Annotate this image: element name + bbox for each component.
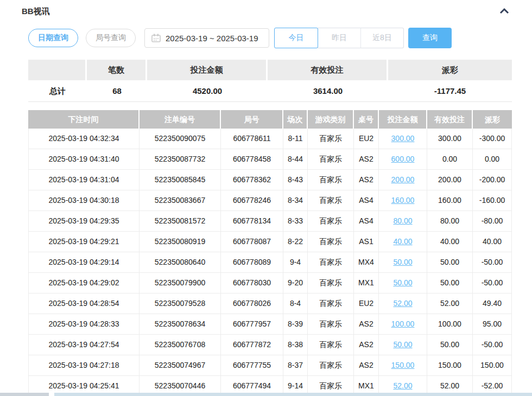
summary-payout-cell: -1177.45 bbox=[388, 80, 512, 101]
table-no-cell: AS1 bbox=[354, 232, 379, 252]
payout-cell: -50.00 bbox=[473, 273, 512, 293]
table-no-cell: AS2 bbox=[354, 149, 379, 170]
bet-amount-link[interactable]: 50.00 bbox=[393, 340, 412, 349]
bet-time-cell: 2025-03-19 04:29:14 bbox=[28, 252, 140, 273]
session-cell: 8-11 bbox=[283, 129, 308, 149]
summary-count-cell: 68 bbox=[87, 80, 147, 101]
valid-bet-cell: 300.00 bbox=[427, 129, 473, 149]
bet-amount-link[interactable]: 100.00 bbox=[391, 320, 415, 328]
summary-header-bet-amount: 投注金额 bbox=[147, 60, 268, 80]
payout-cell: -300.00 bbox=[473, 129, 512, 149]
col-bet-time: 下注时间 bbox=[28, 110, 140, 129]
bet-id-cell: 522350079528 bbox=[140, 293, 221, 314]
table-no-cell: MX4 bbox=[354, 252, 379, 273]
bet-amount-cell: 160.00 bbox=[379, 190, 427, 211]
bet-id-cell: 522350078634 bbox=[140, 314, 221, 335]
bets-table: 下注时间 注单编号 局号 场次 游戏类别 桌号 投注金额 有效投注 派彩 202… bbox=[28, 110, 512, 396]
search-button[interactable]: 查询 bbox=[408, 28, 452, 48]
bets-table-body: 2025-03-19 04:32:34 522350090075 6067786… bbox=[28, 129, 512, 396]
yesterday-button[interactable]: 昨日 bbox=[318, 28, 361, 48]
bb-video-panel: BB视讯 日期查询 局号查询 2025-03-19 ~ 2025-03-19 bbox=[0, 0, 532, 396]
table-row: 2025-03-19 04:29:21 522350080919 6067780… bbox=[28, 232, 512, 252]
bet-amount-link[interactable]: 52.00 bbox=[393, 299, 412, 308]
date-range-picker[interactable]: 2025-03-19 ~ 2025-03-19 bbox=[144, 28, 269, 48]
summary-table: 笔数 投注金额 有效投注 派彩 总计 68 4520.00 3614.00 -1… bbox=[28, 60, 512, 102]
game-type-cell: 百家乐 bbox=[308, 170, 354, 190]
round-id-cell: 606778134 bbox=[221, 211, 283, 232]
bet-amount-link[interactable]: 50.00 bbox=[393, 278, 412, 287]
bet-time-cell: 2025-03-19 04:27:54 bbox=[28, 335, 140, 355]
summary-valid-bet-cell: 3614.00 bbox=[268, 80, 388, 101]
last-8-days-button[interactable]: 近8日 bbox=[360, 28, 404, 48]
round-id-cell: 606778030 bbox=[221, 273, 283, 293]
bet-id-cell: 522350076708 bbox=[140, 335, 221, 355]
valid-bet-cell: 80.00 bbox=[427, 211, 473, 232]
game-type-cell: 百家乐 bbox=[308, 129, 354, 149]
round-id-cell: 606778611 bbox=[221, 129, 283, 149]
bet-amount-link[interactable]: 50.00 bbox=[393, 258, 412, 266]
table-row: 2025-03-19 04:31:40 522350087732 6067784… bbox=[28, 149, 512, 170]
table-row: 2025-03-19 04:30:18 522350083667 6067782… bbox=[28, 190, 512, 211]
bet-id-cell: 522350079900 bbox=[140, 273, 221, 293]
bets-table-header: 下注时间 注单编号 局号 场次 游戏类别 桌号 投注金额 有效投注 派彩 bbox=[28, 110, 512, 129]
chevron-up-icon bbox=[499, 7, 509, 16]
col-bet-id: 注单编号 bbox=[140, 110, 221, 129]
col-game-type: 游戏类别 bbox=[308, 110, 354, 129]
col-bet-amount: 投注金额 bbox=[379, 110, 427, 129]
horizontal-scrollbar-track[interactable] bbox=[54, 393, 532, 396]
bet-id-cell: 522350081572 bbox=[140, 211, 221, 232]
bet-id-cell: 522350085845 bbox=[140, 170, 221, 190]
bet-time-cell: 2025-03-19 04:28:54 bbox=[28, 293, 140, 314]
date-query-tab[interactable]: 日期查询 bbox=[28, 29, 78, 47]
table-no-cell: AS2 bbox=[354, 170, 379, 190]
valid-bet-cell: 52.00 bbox=[427, 293, 473, 314]
bet-time-cell: 2025-03-19 04:31:40 bbox=[28, 149, 140, 170]
payout-cell: -160.00 bbox=[473, 190, 512, 211]
session-cell: 8-39 bbox=[283, 314, 308, 335]
table-no-cell: AS4 bbox=[354, 190, 379, 211]
bet-time-cell: 2025-03-19 04:29:35 bbox=[28, 211, 140, 232]
bet-amount-link[interactable]: 200.00 bbox=[391, 175, 415, 184]
summary-header-valid-bet: 有效投注 bbox=[268, 60, 388, 80]
bet-time-cell: 2025-03-19 04:29:21 bbox=[28, 232, 140, 252]
toolbar: 日期查询 局号查询 2025-03-19 ~ 2025-03-19 今日 昨日 … bbox=[28, 28, 532, 48]
col-round-id: 局号 bbox=[221, 110, 283, 129]
bet-time-cell: 2025-03-19 04:27:18 bbox=[28, 355, 140, 376]
payout-cell: 150.00 bbox=[473, 355, 512, 376]
bet-time-cell: 2025-03-19 04:32:34 bbox=[28, 129, 140, 149]
bet-amount-cell: 50.00 bbox=[379, 273, 427, 293]
col-session: 场次 bbox=[283, 110, 308, 129]
session-cell: 9-4 bbox=[283, 252, 308, 273]
summary-header-payout: 派彩 bbox=[388, 60, 512, 80]
table-row: 2025-03-19 04:32:34 522350090075 6067786… bbox=[28, 129, 512, 149]
bet-amount-link[interactable]: 300.00 bbox=[391, 134, 415, 143]
summary-header-count: 笔数 bbox=[87, 60, 147, 80]
bet-amount-link[interactable]: 52.00 bbox=[393, 381, 412, 390]
col-table-no: 桌号 bbox=[354, 110, 379, 129]
bet-amount-link[interactable]: 150.00 bbox=[391, 361, 415, 369]
collapse-button[interactable] bbox=[499, 7, 509, 16]
payout-cell: 0.00 bbox=[473, 149, 512, 170]
table-no-cell: AS2 bbox=[354, 314, 379, 335]
bet-id-cell: 522350080919 bbox=[140, 232, 221, 252]
bet-amount-cell: 150.00 bbox=[379, 355, 427, 376]
page-title: BB视讯 bbox=[22, 7, 50, 17]
horizontal-scrollbar-thumb[interactable] bbox=[0, 393, 49, 396]
today-button[interactable]: 今日 bbox=[274, 28, 318, 48]
bet-amount-link[interactable]: 600.00 bbox=[391, 155, 415, 163]
round-query-tab[interactable]: 局号查询 bbox=[86, 29, 136, 47]
calendar-icon bbox=[151, 34, 161, 42]
summary-total-label: 总计 bbox=[28, 80, 87, 101]
session-cell: 8-33 bbox=[283, 211, 308, 232]
bet-time-cell: 2025-03-19 04:31:04 bbox=[28, 170, 140, 190]
payout-cell: -80.00 bbox=[473, 211, 512, 232]
round-id-cell: 606778087 bbox=[221, 232, 283, 252]
bet-time-cell: 2025-03-19 04:28:33 bbox=[28, 314, 140, 335]
summary-total-row: 总计 68 4520.00 3614.00 -1177.45 bbox=[28, 80, 512, 102]
bet-amount-link[interactable]: 40.00 bbox=[393, 237, 412, 246]
bet-amount-link[interactable]: 160.00 bbox=[391, 196, 415, 205]
summary-bet-amount-cell: 4520.00 bbox=[147, 80, 268, 101]
round-id-cell: 606778458 bbox=[221, 149, 283, 170]
bet-amount-link[interactable]: 80.00 bbox=[393, 216, 412, 225]
session-cell: 8-22 bbox=[283, 232, 308, 252]
